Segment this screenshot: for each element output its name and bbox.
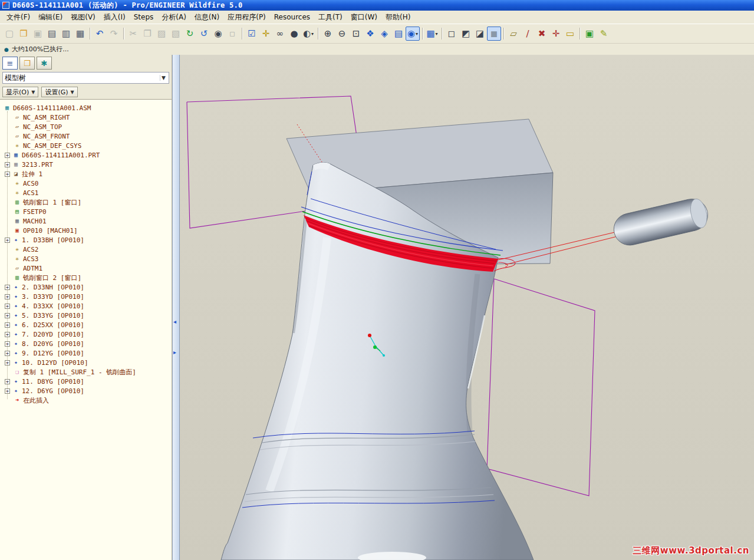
tree-item-4[interactable]: ✳NC_ASM_DEF_CSYS xyxy=(1,141,170,150)
menu-analysis[interactable]: 分析(A) xyxy=(157,11,190,24)
tree-item-25[interactable]: +✦8. D20YG [OP010] xyxy=(1,339,170,348)
print-button[interactable]: ▤ xyxy=(45,27,59,41)
print-setup-button[interactable]: ▦ xyxy=(73,27,87,41)
tree-item-18[interactable]: ▥铣削窗口 2 [窗口] xyxy=(1,273,170,282)
paste-button[interactable]: ▨ xyxy=(154,27,169,41)
tree-item-14[interactable]: +✦1. D33BH [OP010] xyxy=(1,235,170,245)
menu-info[interactable]: 信息(N) xyxy=(190,11,223,24)
expand-icon[interactable]: + xyxy=(5,388,10,394)
expand-icon[interactable]: + xyxy=(5,238,10,243)
save-file-button[interactable]: ▣ xyxy=(31,27,45,41)
tree-item-9[interactable]: ✳ACS1 xyxy=(1,188,170,197)
tree-item-29[interactable]: +✦11. D8YG [OP010] xyxy=(1,377,170,386)
open-file-button[interactable]: ❒ xyxy=(17,27,31,41)
menu-edit[interactable]: 编辑(E) xyxy=(34,11,67,24)
smart-select-filter-button[interactable]: ☑ xyxy=(245,27,259,41)
tree-item-28[interactable]: ❏复制 1 [MILL_SURF_1 - 铣削曲面] xyxy=(1,367,170,377)
tree-item-26[interactable]: +✦9. D12YG [OP010] xyxy=(1,348,170,358)
tree-item-24[interactable]: +✦7. D20YD [OP010] xyxy=(1,330,170,339)
show-menu-button[interactable]: 显示(O) ▼ xyxy=(2,87,38,97)
tree-item-23[interactable]: +✦6. D25XX [OP010] xyxy=(1,320,170,330)
tree-item-21[interactable]: +✦4. D33XX [OP010] xyxy=(1,301,170,311)
tree-item-30[interactable]: +✦12. D6YG [OP010] xyxy=(1,386,170,396)
tree-item-15[interactable]: ✳ACS2 xyxy=(1,245,170,254)
menu-insert[interactable]: 插入(I) xyxy=(100,11,130,24)
expand-icon[interactable]: + xyxy=(5,285,10,290)
refit-button[interactable]: ⊡ xyxy=(349,27,363,41)
saved-orientations-button[interactable]: ◈ xyxy=(377,27,391,41)
expand-icon[interactable]: + xyxy=(5,322,10,328)
expand-icon[interactable]: + xyxy=(5,172,10,177)
tree-item-3[interactable]: ▱NC_ASM_FRONT xyxy=(1,131,170,141)
tree-item-1[interactable]: ▱NC_ASM_RIGHT xyxy=(1,113,170,122)
appearance-gallery-button[interactable]: ◐▾ xyxy=(301,27,315,41)
regenerate-button[interactable]: ↻ xyxy=(183,27,197,41)
tree-item-11[interactable]: ▤FSETP0 xyxy=(1,207,170,216)
expand-icon[interactable]: + xyxy=(5,153,10,158)
annotation-display-button[interactable]: ▭ xyxy=(563,27,577,41)
tree-item-20[interactable]: +✦3. D33YD [OP010] xyxy=(1,292,170,301)
tree-item-13[interactable]: ▣OP010 [MACH01] xyxy=(1,226,170,235)
tree-item-0[interactable]: ▦D660S-114111A001.ASM xyxy=(1,103,170,113)
title-bar[interactable]: D660S-114111A001 (活动的) - Pro/ENGINEER Wi… xyxy=(0,0,754,11)
menu-resources[interactable]: Resources xyxy=(270,12,314,22)
copy-button[interactable]: ❐ xyxy=(140,27,154,41)
menu-window[interactable]: 窗口(W) xyxy=(347,11,381,24)
tree-item-16[interactable]: ✳ACS3 xyxy=(1,254,170,263)
cut-button[interactable]: ✂ xyxy=(126,27,140,41)
visibility-glasses-button[interactable]: ∞ xyxy=(273,27,287,41)
expand-icon[interactable]: + xyxy=(5,351,10,356)
appearance-sphere-button[interactable]: ● xyxy=(287,27,301,41)
tree-item-5[interactable]: +▦D660S-114111A001.PRT xyxy=(1,150,170,160)
find-button[interactable]: ◉ xyxy=(211,27,225,41)
menu-file[interactable]: 文件(F) xyxy=(2,11,34,24)
hidden-line-display-button[interactable]: ◩ xyxy=(459,27,473,41)
expand-icon[interactable]: + xyxy=(5,162,10,167)
settings-menu-button[interactable]: 设置(G) ▼ xyxy=(41,87,77,97)
tree-title-bar[interactable]: 模型树 ▼ xyxy=(2,72,169,84)
folder-browser-tab[interactable]: ❒ xyxy=(19,57,35,70)
panel-splitter[interactable]: ◂ ▸ xyxy=(172,55,180,560)
expand-icon[interactable]: + xyxy=(5,313,10,318)
tree-item-6[interactable]: +▦3213.PRT xyxy=(1,160,170,169)
tree-item-17[interactable]: ▱ADTM1 xyxy=(1,263,170,273)
3d-viewport[interactable]: 三维网www.3dportal.cn xyxy=(180,55,754,560)
expand-panel-icon[interactable]: ▸ xyxy=(173,350,176,355)
tree-item-27[interactable]: +✦10. D12YD [OP010] xyxy=(1,358,170,367)
spin-center-button[interactable]: ◉▾ xyxy=(406,27,420,41)
view-manager-button[interactable]: ▦▾ xyxy=(425,27,439,41)
new-file-button[interactable]: ▢ xyxy=(2,27,17,41)
point-display-button[interactable]: ✖ xyxy=(535,27,549,41)
model-tree-tab[interactable]: ≡ xyxy=(2,57,18,70)
expand-icon[interactable]: + xyxy=(5,332,10,337)
select-by-box-button[interactable]: ▫ xyxy=(225,27,239,41)
zoom-out-button[interactable]: ⊖ xyxy=(335,27,349,41)
datum-point-tool-button[interactable]: ✛ xyxy=(259,27,273,41)
tree-item-7[interactable]: +◪拉伸 1 xyxy=(1,169,170,179)
model-tree[interactable]: ▦D660S-114111A001.ASM▱NC_ASM_RIGHT▱NC_AS… xyxy=(0,99,172,560)
shaded-display-button[interactable]: ◼ xyxy=(487,27,501,41)
paste-special-button[interactable]: ▧ xyxy=(169,27,183,41)
favorites-tab[interactable]: ✱ xyxy=(37,57,52,70)
print-preview-button[interactable]: ▥ xyxy=(59,27,73,41)
tree-item-12[interactable]: ▦MACH01 xyxy=(1,216,170,226)
menu-tools[interactable]: 工具(T) xyxy=(314,11,347,24)
edit-mode-button[interactable]: ✎ xyxy=(597,27,611,41)
datum-axis-display-button[interactable]: ∕ xyxy=(521,27,535,41)
no-hidden-display-button[interactable]: ◪ xyxy=(473,27,487,41)
zoom-in-button[interactable]: ⊕ xyxy=(321,27,335,41)
undo-button[interactable]: ↶ xyxy=(93,27,107,41)
custom-regenerate-button[interactable]: ↺ xyxy=(197,27,211,41)
tree-item-10[interactable]: ▥铣削窗口 1 [窗口] xyxy=(1,197,170,207)
datum-plane-display-button[interactable]: ▱ xyxy=(506,27,521,41)
menu-view[interactable]: 视图(V) xyxy=(67,11,100,24)
expand-icon[interactable]: + xyxy=(5,341,10,347)
wireframe-display-button[interactable]: ◻ xyxy=(445,27,459,41)
tree-item-2[interactable]: ▱NC_ASM_TOP xyxy=(1,122,170,131)
menu-help[interactable]: 帮助(H) xyxy=(381,11,414,24)
menu-steps[interactable]: Steps xyxy=(130,12,158,22)
chevron-down-icon[interactable]: ▼ xyxy=(160,75,167,81)
expand-icon[interactable]: + xyxy=(5,379,10,384)
activate-window-button[interactable]: ▣ xyxy=(582,27,597,41)
layers-button[interactable]: ▤ xyxy=(391,27,406,41)
